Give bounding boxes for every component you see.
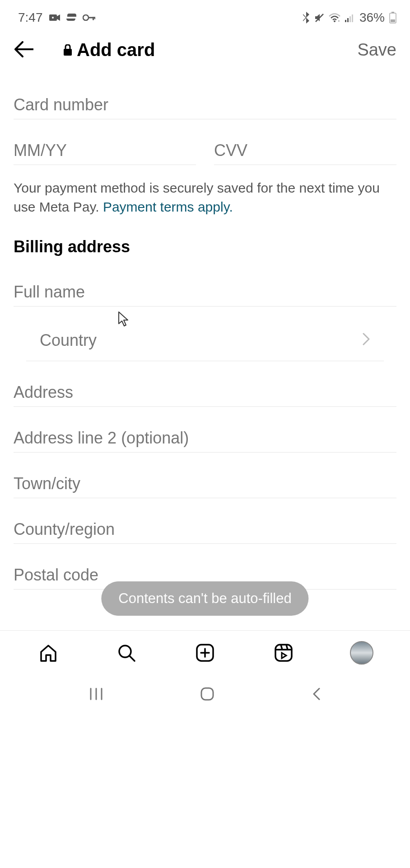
card-number-field[interactable]	[14, 74, 396, 119]
town-field[interactable]	[14, 453, 396, 498]
system-nav	[0, 675, 410, 715]
status-left: 7:47	[18, 10, 95, 25]
key-icon	[83, 14, 95, 21]
status-right: + 36%	[303, 10, 396, 25]
battery-percent: 36%	[359, 10, 385, 25]
address-input[interactable]	[14, 383, 396, 402]
page-title-text: Add card	[77, 40, 155, 60]
autofill-toast: Contents can't be auto-filled	[101, 581, 308, 616]
svg-line-18	[130, 656, 135, 661]
svg-rect-15	[391, 19, 395, 22]
nav-profile[interactable]	[349, 640, 374, 665]
county-input[interactable]	[14, 520, 396, 539]
sysnav-back[interactable]	[311, 687, 321, 703]
full-name-field[interactable]	[14, 261, 396, 307]
cvv-field[interactable]	[214, 119, 396, 165]
mute-icon	[314, 13, 324, 23]
country-label: Country	[40, 331, 97, 350]
cvv-input[interactable]	[214, 141, 396, 160]
nav-home[interactable]	[36, 640, 61, 665]
svg-rect-9	[345, 20, 346, 22]
payment-info: Your payment method is securely saved fo…	[14, 165, 396, 217]
bluetooth-icon	[303, 12, 310, 24]
svg-rect-3	[88, 17, 95, 19]
svg-rect-11	[349, 16, 351, 22]
camera-icon	[49, 14, 60, 22]
town-input[interactable]	[14, 474, 396, 493]
address2-input[interactable]	[14, 429, 396, 448]
expiry-field[interactable]	[14, 119, 196, 165]
chevron-right-icon	[362, 331, 370, 350]
header: Add card Save	[0, 31, 410, 74]
svg-text:+: +	[338, 19, 340, 22]
status-time: 7:47	[18, 10, 43, 25]
nav-create[interactable]	[192, 640, 218, 665]
save-button[interactable]: Save	[357, 40, 396, 60]
status-bar: 7:47 + 36%	[0, 0, 410, 31]
full-name-input[interactable]	[14, 283, 396, 302]
sysnav-home[interactable]	[200, 686, 215, 703]
address2-field[interactable]	[14, 407, 396, 453]
svg-point-1	[52, 17, 54, 19]
avatar	[350, 641, 373, 665]
svg-rect-5	[94, 17, 95, 19]
svg-rect-22	[275, 645, 292, 661]
nav-reels[interactable]	[271, 640, 296, 665]
wifi-icon: +	[329, 13, 340, 22]
svg-point-2	[83, 15, 89, 20]
svg-rect-4	[93, 17, 94, 20]
signal-icon	[345, 13, 355, 22]
svg-point-7	[334, 20, 335, 22]
payment-terms-link[interactable]: Payment terms apply.	[103, 199, 233, 214]
battery-icon	[389, 12, 396, 24]
content: Your payment method is securely saved fo…	[0, 74, 410, 590]
page-title: Add card	[63, 40, 344, 60]
billing-section-title: Billing address	[14, 217, 396, 261]
sysnav-recents[interactable]	[89, 687, 103, 703]
svg-rect-10	[347, 18, 349, 22]
country-select[interactable]: Country	[26, 307, 384, 361]
county-field[interactable]	[14, 498, 396, 544]
svg-rect-16	[64, 49, 72, 56]
back-button[interactable]	[14, 41, 33, 59]
address-field[interactable]	[14, 361, 396, 407]
nav-search[interactable]	[114, 640, 139, 665]
bottom-nav	[0, 630, 410, 675]
cast-icon	[66, 14, 76, 22]
svg-rect-29	[201, 688, 213, 700]
expiry-input[interactable]	[14, 141, 196, 160]
card-number-input[interactable]	[14, 95, 396, 114]
lock-icon	[63, 40, 72, 60]
svg-rect-12	[352, 14, 353, 22]
